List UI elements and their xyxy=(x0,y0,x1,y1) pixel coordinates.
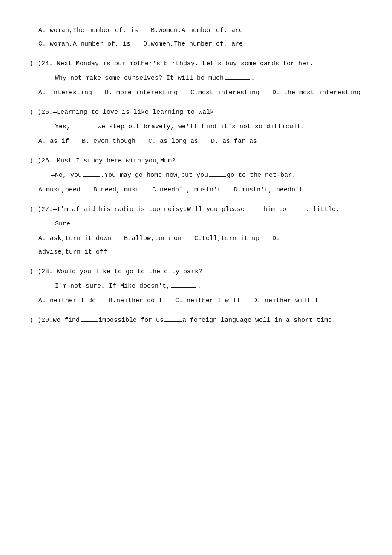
q26-prompt1-text: )26.—Must I study here with you,Mum? xyxy=(37,156,176,166)
q29-prompt-pre: )29.We find xyxy=(37,315,80,326)
q26-option-d: D.mustn't, needn't xyxy=(234,185,303,195)
q27-prompt2-line: —Sure. xyxy=(26,219,366,229)
q25-blank xyxy=(71,128,97,128)
q28-option-b: B.neither do I xyxy=(109,296,162,306)
q29-block: ( )29.We find impossible for us a foreig… xyxy=(26,315,366,326)
q25-option-a: A. as if xyxy=(38,136,69,147)
q24-bracket-open: ( xyxy=(26,59,37,69)
q28-prompt1-text: )28.—Would you like to go to the city pa… xyxy=(37,267,202,277)
q28-option-d: D. neither will I xyxy=(253,296,318,306)
q23-options-row2: C. woman,A number of, is D.women,The num… xyxy=(26,39,366,49)
q26-prompt2-post: go to the net-bar. xyxy=(227,171,296,181)
q27-blank2 xyxy=(287,211,304,211)
q26-blank1 xyxy=(83,176,100,177)
q24-options-row: A. interesting B. more interesting C.mos… xyxy=(26,88,366,98)
q28-prompt2-pre: —I'm not sure. If Mike doesn't, xyxy=(51,281,170,292)
q24-blank xyxy=(225,79,250,80)
q27-option-a: A. ask,turn it down xyxy=(38,234,111,244)
q27-prompt1-post: a little. xyxy=(305,205,340,215)
q26-blank2 xyxy=(209,176,226,177)
q26-block: ( )26.—Must I study here with you,Mum? —… xyxy=(26,156,366,195)
q29-prompt-post: a foreign language well in a short time. xyxy=(182,315,336,326)
q23-options-row1: A. woman,The number of, is B.women,A num… xyxy=(26,26,366,36)
q28-option-c: C. neither I will xyxy=(175,296,240,306)
q24-option-c: C.most interesting xyxy=(190,88,259,98)
q27-prompt1-mid: him to xyxy=(263,205,286,215)
q25-options-row: A. as if B. even though C. as long as D.… xyxy=(26,136,366,147)
q25-option-d: D. as far as xyxy=(211,136,257,147)
q26-prompt2-line: —No, you .You may go home now,but you go… xyxy=(26,171,366,181)
q26-bracket-open: ( xyxy=(26,156,37,166)
q27-prompt1-pre: )27.—I'm afraid his radio is too noisy.W… xyxy=(37,205,245,215)
q29-prompt-line: ( )29.We find impossible for us a foreig… xyxy=(26,315,366,326)
q28-prompt1-line: ( )28.—Would you like to go to the city … xyxy=(26,267,366,277)
q29-prompt-mid: impossible for us xyxy=(98,315,164,326)
q25-prompt2-post: we step out bravely, we'll find it's not… xyxy=(98,122,305,132)
q24-option-a: A. interesting xyxy=(38,88,92,98)
q26-prompt2-mid: .You may go home now,but you xyxy=(101,171,208,181)
q24-option-d: D. the most interesting xyxy=(272,88,360,98)
q28-prompt2-line: —I'm not sure. If Mike doesn't, . xyxy=(26,281,366,292)
q27-option-b: B.allow,turn on xyxy=(124,234,182,244)
q24-option-b: B. more interesting xyxy=(105,88,178,98)
q24-block: ( )24.—Next Monday is our mother's birth… xyxy=(26,59,366,98)
q25-prompt2-pre: —Yes, xyxy=(51,122,70,132)
q26-option-b: B.need, must xyxy=(93,185,139,195)
q27-block: ( )27.—I'm afraid his radio is too noisy… xyxy=(26,205,366,257)
q23-option-a: A. woman,The number of, is xyxy=(38,26,138,36)
q25-block: ( )25.—Learning to love is like learning… xyxy=(26,107,366,147)
q23-option-d: D.women,The number of, are xyxy=(143,39,243,49)
q29-bracket-open: ( xyxy=(26,315,37,326)
q28-options-row: A. neither I do B.neither do I C. neithe… xyxy=(26,296,366,306)
q27-bracket-open: ( xyxy=(26,205,37,215)
q27-prompt1-line: ( )27.—I'm afraid his radio is too noisy… xyxy=(26,205,366,215)
q25-option-b: B. even though xyxy=(82,136,135,147)
q24-prompt2-period: . xyxy=(251,73,255,84)
q26-prompt1-line: ( )26.—Must I study here with you,Mum? xyxy=(26,156,366,166)
q29-blank2 xyxy=(164,321,182,322)
q26-prompt2-pre: —No, you xyxy=(51,171,82,181)
q27-options-row1: A. ask,turn it down B.allow,turn on C.te… xyxy=(26,234,366,244)
q23-options-block: A. woman,The number of, is B.women,A num… xyxy=(26,26,366,49)
q25-option-c: C. as long as xyxy=(148,136,198,147)
q26-option-a: A.must,need xyxy=(38,185,81,195)
q28-block: ( )28.—Would you like to go to the city … xyxy=(26,267,366,306)
q25-prompt1-text: )25.—Learning to love is like learning t… xyxy=(37,107,214,118)
q24-prompt1-line: ( )24.—Next Monday is our mother's birth… xyxy=(26,59,366,69)
q27-options-row2: advise,turn it off xyxy=(26,247,366,257)
q27-option-d: D. xyxy=(272,234,280,244)
q27-option-d2: advise,turn it off xyxy=(38,247,107,257)
q26-options-row: A.must,need B.need, must C.needn't, must… xyxy=(26,185,366,195)
q24-prompt1-text: )24.—Next Monday is our mother's birthda… xyxy=(37,59,314,69)
q28-bracket-open: ( xyxy=(26,267,37,277)
q26-option-c: C.needn't, mustn't xyxy=(152,185,221,195)
q27-prompt2-text: —Sure. xyxy=(51,219,74,229)
q25-prompt1-line: ( )25.—Learning to love is like learning… xyxy=(26,107,366,118)
q25-prompt2-line: —Yes, we step out bravely, we'll find it… xyxy=(26,122,366,132)
q27-option-c: C.tell,turn it up xyxy=(194,234,259,244)
q29-blank1 xyxy=(81,321,98,322)
q25-bracket-open: ( xyxy=(26,107,37,118)
q28-blank xyxy=(171,287,196,288)
q23-option-b: B.women,A number of, are xyxy=(151,26,243,36)
q28-prompt2-post: . xyxy=(197,281,201,292)
q24-prompt2-line: —Why not make some ourselves? It will be… xyxy=(26,73,366,84)
q23-option-c: C. woman,A number of, is xyxy=(38,39,130,49)
q24-prompt2-pre: —Why not make some ourselves? It will be… xyxy=(51,73,224,84)
q28-option-a: A. neither I do xyxy=(38,296,96,306)
q27-blank1 xyxy=(245,211,262,211)
